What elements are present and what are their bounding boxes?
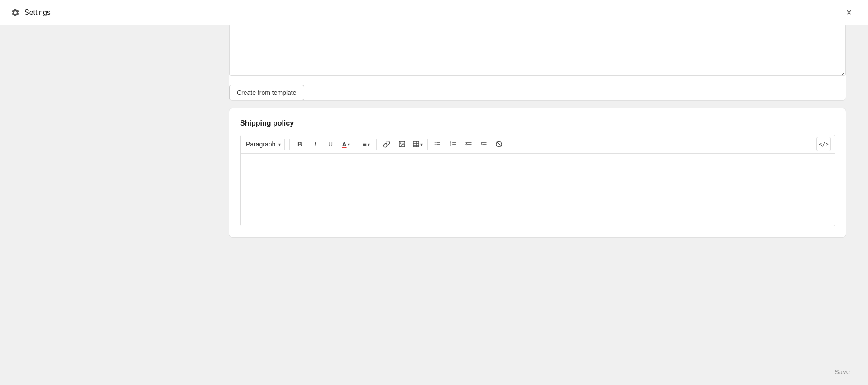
link-icon bbox=[383, 141, 390, 148]
rich-text-editor: Paragraph Heading 1 Heading 2 Heading 3 … bbox=[240, 135, 835, 226]
google-translate-icon[interactable]: G bbox=[222, 117, 222, 130]
create-template-button[interactable]: Create from template bbox=[229, 85, 304, 100]
main-content: Create from template G Shipping policy bbox=[0, 25, 868, 385]
indent-decrease-button[interactable] bbox=[461, 137, 476, 151]
toolbar-separator-3 bbox=[376, 139, 377, 150]
sidebar bbox=[0, 25, 222, 385]
toolbar-separator-2 bbox=[356, 139, 356, 150]
close-button[interactable]: × bbox=[841, 5, 857, 21]
underline-button[interactable]: U bbox=[323, 137, 338, 151]
right-sidebar bbox=[854, 25, 868, 385]
source-code-button[interactable]: </> bbox=[816, 137, 831, 151]
paragraph-dropdown-icon: ▾ bbox=[278, 142, 281, 147]
header-left: Settings bbox=[11, 8, 51, 17]
table-button[interactable]: ▾ bbox=[410, 137, 425, 151]
bullet-list-button[interactable] bbox=[430, 137, 445, 151]
top-card-textarea[interactable] bbox=[229, 25, 846, 76]
svg-point-10 bbox=[435, 142, 436, 143]
top-card: Create from template bbox=[229, 25, 846, 101]
gear-icon bbox=[11, 8, 20, 17]
svg-point-12 bbox=[435, 146, 436, 146]
block-icon bbox=[495, 141, 503, 148]
toolbar-separator-4 bbox=[427, 139, 428, 150]
shipping-policy-title: Shipping policy bbox=[240, 119, 835, 127]
svg-point-11 bbox=[435, 144, 436, 145]
paragraph-dropdown-wrapper: Paragraph Heading 1 Heading 2 Heading 3 … bbox=[244, 139, 285, 150]
svg-rect-2 bbox=[413, 141, 419, 147]
header: Settings × bbox=[0, 0, 868, 25]
text-color-button[interactable]: A ▾ bbox=[339, 137, 353, 151]
ordered-list-button[interactable]: 1 2 3 bbox=[446, 137, 460, 151]
block-button[interactable] bbox=[492, 137, 506, 151]
align-button[interactable]: ≡ ▾ bbox=[359, 137, 373, 151]
text-color-dropdown-icon: ▾ bbox=[348, 142, 350, 147]
shipping-policy-card: G Shipping policy Paragraph Heading 1 He bbox=[229, 108, 846, 238]
indent-increase-button[interactable] bbox=[476, 137, 491, 151]
bullet-list-icon bbox=[434, 141, 441, 148]
table-dropdown-icon: ▾ bbox=[420, 142, 423, 147]
link-button[interactable] bbox=[379, 137, 394, 151]
indent-decrease-icon bbox=[465, 141, 472, 148]
header-title: Settings bbox=[24, 9, 51, 17]
footer: Save bbox=[0, 358, 868, 385]
svg-point-1 bbox=[401, 143, 401, 144]
bold-button[interactable]: B bbox=[292, 137, 307, 151]
indent-increase-icon bbox=[480, 141, 487, 148]
align-dropdown-icon: ▾ bbox=[368, 142, 370, 147]
translate-icon[interactable]: G bbox=[222, 117, 222, 130]
save-button[interactable]: Save bbox=[827, 364, 857, 379]
scroll-area: Create from template G Shipping policy bbox=[222, 25, 854, 281]
toolbar-separator-1 bbox=[289, 139, 290, 150]
editor-toolbar: Paragraph Heading 1 Heading 2 Heading 3 … bbox=[241, 135, 835, 154]
paragraph-select[interactable]: Paragraph Heading 1 Heading 2 Heading 3 bbox=[244, 139, 278, 150]
image-button[interactable] bbox=[395, 137, 409, 151]
ordered-list-icon: 1 2 3 bbox=[449, 141, 457, 148]
image-icon bbox=[398, 141, 406, 148]
svg-line-26 bbox=[497, 142, 501, 146]
content-area: Create from template G Shipping policy bbox=[222, 25, 854, 385]
table-icon bbox=[412, 141, 420, 148]
svg-text:3: 3 bbox=[450, 145, 451, 147]
editor-body[interactable] bbox=[241, 154, 835, 226]
italic-button[interactable]: I bbox=[308, 137, 322, 151]
